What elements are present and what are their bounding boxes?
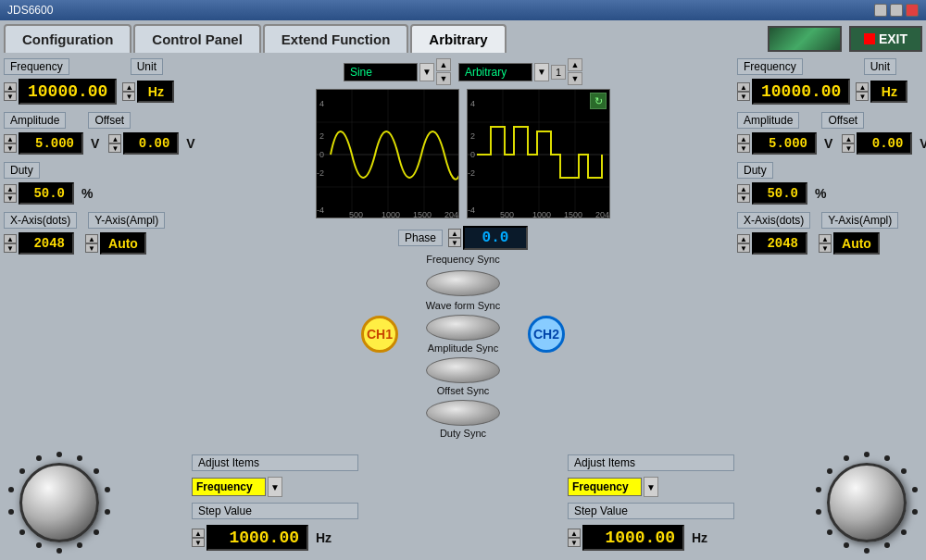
ch2-frequency-display[interactable]: 10000.00	[752, 79, 850, 105]
tab-control-panel[interactable]: Control Panel	[133, 24, 261, 53]
svg-text:4: 4	[470, 99, 475, 108]
ch2-adjust-arrow[interactable]: ▼	[644, 477, 658, 497]
ch2-xaxis-down[interactable]: ▼	[737, 243, 750, 253]
tab-configuration[interactable]: Configuration	[4, 24, 131, 53]
waveform-sync-button[interactable]	[426, 270, 500, 296]
phase-row: Phase ▲ ▼ 0.0	[398, 226, 528, 250]
ch1-amp-up[interactable]: ▲	[4, 134, 17, 143]
ch2-waveform-display[interactable]: Arbitrary	[458, 63, 532, 81]
ch1-xaxis-down[interactable]: ▼	[4, 243, 17, 253]
ch1-unit-up[interactable]: ▲	[122, 82, 135, 92]
ch1-unit-arrows: ▲ ▼	[122, 82, 135, 101]
ch1-amp-offset-labels: Amplitude Offset	[4, 112, 189, 129]
ch2-offset-up[interactable]: ▲	[842, 134, 855, 143]
ch2-step-down[interactable]: ▼	[568, 538, 581, 547]
ch2-unit-up[interactable]: ▲	[856, 82, 869, 92]
ch1-step-down[interactable]: ▼	[192, 538, 205, 547]
ch2-step-arrows: ▲ ▼	[568, 529, 581, 547]
ch1-yaxis-up[interactable]: ▲	[85, 234, 98, 243]
ch1-adjust-arrow[interactable]: ▼	[268, 477, 282, 497]
ch2-yaxis-up[interactable]: ▲	[819, 234, 832, 243]
ch1-duty-display[interactable]: 50.0	[19, 182, 74, 205]
ch1-circle[interactable]: CH1	[361, 316, 398, 353]
phase-up[interactable]: ▲	[448, 229, 461, 238]
ch1-freq-up[interactable]: ▲	[4, 82, 17, 92]
ch1-step-display[interactable]: 1000.00	[206, 525, 308, 551]
ch1-counter-up[interactable]: ▲	[436, 58, 451, 71]
tab-arbitrary[interactable]: Arbitrary	[410, 24, 506, 53]
ch2-xaxis-up[interactable]: ▲	[737, 234, 750, 243]
ch2-yaxis-display[interactable]: Auto	[833, 232, 880, 255]
exit-button[interactable]: EXIT	[849, 26, 922, 52]
ch1-offset-up[interactable]: ▲	[108, 134, 121, 143]
ch2-counter-display[interactable]: 1	[551, 65, 566, 80]
phase-down[interactable]: ▼	[448, 238, 461, 247]
close-button[interactable]	[906, 4, 919, 17]
ch1-knob[interactable]	[19, 463, 99, 542]
ch2-frequency-display-row: ▲ ▼ 10000.00 ▲ ▼ Hz	[737, 79, 922, 105]
minimize-button[interactable]	[874, 4, 887, 17]
ch2-knob[interactable]	[827, 463, 907, 542]
ch2-offset-spinbox: ▲ ▼ 0.00	[842, 132, 912, 155]
ch1-yaxis-down[interactable]: ▼	[85, 243, 98, 253]
ch2-adjust-dropdown[interactable]: Frequency	[568, 478, 642, 496]
ch2-counter-up[interactable]: ▲	[568, 58, 582, 71]
tab-extend-function[interactable]: Extend Function	[263, 24, 409, 53]
ch2-circle[interactable]: CH2	[528, 316, 565, 353]
ch2-amplitude-display[interactable]: 5.000	[752, 132, 817, 155]
ch2-unit-down[interactable]: ▼	[856, 92, 869, 101]
ch2-step-display[interactable]: 1000.00	[582, 525, 684, 551]
ch2-yaxis-down[interactable]: ▼	[819, 243, 832, 253]
ch2-duty-up[interactable]: ▲	[737, 184, 750, 193]
ch2-amp-offset-labels: Amplitude Offset	[737, 112, 922, 129]
amplitude-sync-button[interactable]	[426, 315, 500, 341]
ch2-offset-display[interactable]: 0.00	[857, 132, 912, 155]
ch1-yaxis-display[interactable]: Auto	[100, 232, 146, 255]
ch2-xaxis-display[interactable]: 2048	[752, 232, 807, 255]
ch1-waveform-display[interactable]: Sine	[344, 63, 418, 81]
maximize-button[interactable]	[890, 4, 903, 17]
offset-sync-button[interactable]	[426, 357, 500, 383]
ch2-unit-display[interactable]: Hz	[870, 81, 907, 103]
ch2-duty-display[interactable]: 50.0	[752, 182, 807, 205]
ch1-freq-down[interactable]: ▼	[4, 92, 17, 101]
duty-sync-button[interactable]	[426, 400, 500, 426]
ch2-offset-down[interactable]: ▼	[842, 143, 855, 153]
ch2-offset-label: Offset	[821, 112, 864, 129]
ch2-freq-down[interactable]: ▼	[737, 92, 750, 101]
ch1-step-up[interactable]: ▲	[192, 529, 205, 538]
amplitude-sync-row: CH1 Amplitude Sync CH2	[361, 315, 565, 354]
ch1-adjust-items-label: Adjust Items	[192, 454, 358, 471]
ch1-offset-down[interactable]: ▼	[108, 143, 121, 153]
ch1-waveform-arrow[interactable]: ▼	[419, 63, 434, 81]
svg-text:500: 500	[349, 210, 363, 218]
ch1-xaxis-display[interactable]: 2048	[19, 232, 74, 255]
ch1-duty-down[interactable]: ▼	[4, 193, 17, 203]
ch1-xaxis-up[interactable]: ▲	[4, 234, 17, 243]
exit-icon	[864, 33, 875, 44]
ch1-amplitude-display[interactable]: 5.000	[19, 132, 83, 155]
ch1-amp-down[interactable]: ▼	[4, 143, 17, 153]
ch2-duty-down[interactable]: ▼	[737, 193, 750, 203]
ch1-unit-down[interactable]: ▼	[122, 92, 135, 101]
ch2-counter-down[interactable]: ▼	[568, 72, 582, 85]
ch2-amp-down[interactable]: ▼	[737, 143, 750, 153]
ch1-duty-up[interactable]: ▲	[4, 184, 17, 193]
ch1-axis-labels: X-Axis(dots) Y-Axis(Ampl)	[4, 212, 189, 229]
ch1-adjust-dropdown[interactable]: Frequency	[192, 478, 266, 496]
phase-display[interactable]: 0.0	[463, 226, 528, 250]
ch1-offset-display[interactable]: 0.00	[123, 132, 179, 155]
ch1-unit-display[interactable]: Hz	[137, 81, 174, 103]
ch2-waveform-arrow[interactable]: ▼	[534, 63, 549, 81]
ch2-freq-up[interactable]: ▲	[737, 82, 750, 92]
ch2-refresh-button[interactable]: ↻	[590, 93, 607, 109]
svg-text:2048: 2048	[595, 210, 610, 218]
svg-point-42	[19, 468, 25, 474]
ch1-duty-label-row: Duty	[4, 162, 189, 179]
ch1-frequency-display[interactable]: 10000.00	[19, 79, 117, 105]
ch2-step-up[interactable]: ▲	[568, 529, 581, 538]
ch2-yaxis-arrows: ▲ ▼	[819, 234, 832, 253]
ch2-amp-up[interactable]: ▲	[737, 134, 750, 143]
ch1-counter-down[interactable]: ▼	[436, 72, 451, 85]
ch2-amp-offset-row: ▲ ▼ 5.000 V ▲ ▼ 0.00 V	[737, 132, 922, 155]
